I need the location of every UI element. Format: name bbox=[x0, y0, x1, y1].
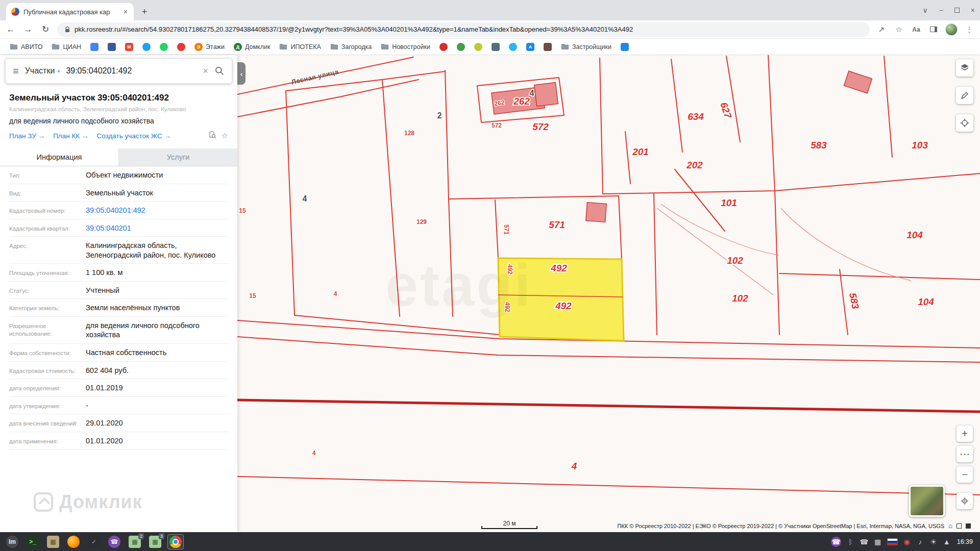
back-button[interactable]: ← bbox=[5, 24, 16, 35]
tab-close-icon[interactable]: × bbox=[122, 8, 129, 16]
bookmark-book[interactable] bbox=[540, 41, 555, 53]
chrome-app[interactable] bbox=[167, 534, 184, 549]
zoom-out-button[interactable]: − bbox=[957, 466, 973, 483]
menu-icon[interactable]: ≡ bbox=[13, 65, 19, 77]
tab-title: Публичная кадастровая кар bbox=[23, 8, 118, 16]
link-план-зу[interactable]: План ЗУ → bbox=[9, 132, 45, 140]
side-panel-icon[interactable] bbox=[928, 25, 939, 34]
info-row: дата определения:01.01.2019 bbox=[9, 379, 228, 397]
info-value[interactable]: 39:05:040201 bbox=[86, 223, 228, 233]
tab-информация[interactable]: Информация bbox=[0, 148, 119, 166]
tab-search-chevron-icon[interactable]: ∨ bbox=[922, 6, 927, 14]
file-manager-group-2[interactable]: ▦3 bbox=[147, 534, 163, 549]
layers-button[interactable] bbox=[956, 59, 973, 77]
bookmark-застройщики[interactable]: Застройщики bbox=[557, 41, 615, 53]
bookmark-pin[interactable] bbox=[471, 41, 486, 53]
bookmark-загородка[interactable]: Загородка bbox=[327, 41, 375, 53]
map-canvas[interactable]: Лесная улица2128129154154262262457257263… bbox=[237, 55, 980, 532]
new-tab-button[interactable]: + bbox=[138, 5, 151, 18]
link-создать-участок-жс[interactable]: Создать участок ЖС → bbox=[96, 132, 171, 140]
info-label: дата определения: bbox=[9, 383, 86, 393]
info-row: Тип:Объект недвижимости bbox=[9, 166, 228, 184]
window-minimize-button[interactable]: − bbox=[939, 6, 943, 14]
bookmark-translate[interactable]: A bbox=[523, 41, 538, 53]
address-field[interactable]: pkk.rosreestr.ru/#/search/54.93027801718… bbox=[57, 22, 870, 37]
viber-app[interactable]: ☎ bbox=[106, 534, 122, 549]
tab-услуги[interactable]: Услуги bbox=[119, 148, 237, 166]
search-input[interactable] bbox=[66, 66, 197, 76]
minimap-thumbnail[interactable] bbox=[909, 485, 945, 517]
translate-icon[interactable]: Aa bbox=[911, 26, 922, 33]
bluetooth-icon[interactable]: ᛒ bbox=[846, 537, 854, 547]
map-label-102: 102 bbox=[727, 255, 743, 266]
bookmark-grid[interactable] bbox=[87, 41, 102, 53]
frame-icon[interactable] bbox=[957, 523, 962, 529]
more-tools-button[interactable]: ⋯ bbox=[957, 446, 973, 462]
info-value[interactable]: 39:05:040201:492 bbox=[86, 206, 228, 215]
chrome-app-icon bbox=[169, 536, 182, 548]
bookmark-циан[interactable]: ЦИАН bbox=[48, 41, 85, 53]
window-close-button[interactable]: × bbox=[971, 6, 975, 14]
start-menu-button[interactable]: lm bbox=[4, 534, 20, 549]
doc-search-icon[interactable] bbox=[209, 131, 216, 140]
notes-icon[interactable]: ▦ bbox=[874, 537, 882, 547]
eject-icon[interactable]: ▲ bbox=[943, 537, 951, 547]
brightness-icon[interactable]: ☀ bbox=[929, 537, 938, 547]
search-icon[interactable] bbox=[214, 66, 225, 76]
bookmark-dot[interactable] bbox=[453, 41, 469, 53]
mail-icon: M bbox=[125, 43, 133, 51]
image-icon[interactable] bbox=[966, 523, 971, 529]
map-label-202: 202 bbox=[686, 160, 703, 170]
terminal-app[interactable]: >_ bbox=[24, 534, 41, 549]
bookmark-dot[interactable] bbox=[505, 41, 521, 53]
bookmark-pin[interactable] bbox=[174, 41, 189, 53]
window-restore-button[interactable] bbox=[954, 8, 960, 13]
extent-button[interactable] bbox=[956, 114, 973, 132]
info-row: Разрешенное использование:для ведения ли… bbox=[9, 317, 228, 344]
files-app[interactable]: ▦ bbox=[45, 534, 61, 549]
clear-search-icon[interactable]: × bbox=[203, 66, 208, 77]
music-icon[interactable]: ♪ bbox=[916, 537, 924, 547]
bookmark-pin[interactable] bbox=[436, 41, 451, 53]
zoom-in-button[interactable]: + bbox=[957, 425, 973, 442]
bookmark-домклик[interactable]: ДДомклик bbox=[230, 41, 274, 53]
chevron-down-icon: ▾ bbox=[57, 68, 60, 74]
browser-tab[interactable]: Публичная кадастровая кар × bbox=[6, 3, 134, 20]
bookmark-pen[interactable] bbox=[488, 41, 503, 53]
profile-avatar[interactable] bbox=[945, 23, 958, 36]
bookmark-mail[interactable]: M bbox=[121, 41, 137, 53]
forward-button[interactable]: → bbox=[22, 24, 34, 35]
bookmark-ипотека[interactable]: ИПОТЕКА bbox=[276, 41, 324, 53]
bookmark-doc[interactable] bbox=[617, 41, 632, 53]
cadastral-map[interactable]: Лесная улица2128129154154262262457257263… bbox=[237, 55, 980, 532]
reload-button[interactable]: ↻ bbox=[40, 24, 51, 35]
info-label: дата применения: bbox=[9, 436, 86, 446]
firefox-app[interactable] bbox=[65, 534, 82, 549]
viber-tray-icon[interactable]: ☎ bbox=[831, 537, 841, 547]
bookmark-dot[interactable] bbox=[139, 41, 154, 53]
home-icon[interactable]: ⌂ bbox=[948, 522, 952, 530]
favorite-star-icon[interactable]: ☆ bbox=[222, 131, 228, 140]
link-план-кк[interactable]: План КК → bbox=[53, 132, 88, 140]
flag-ru-icon[interactable] bbox=[887, 538, 898, 545]
sidebar-collapse-button[interactable]: ‹ bbox=[237, 62, 246, 85]
phone-icon[interactable]: ☎ bbox=[860, 537, 868, 547]
bookmark-dot[interactable] bbox=[156, 41, 172, 53]
share-icon[interactable]: ↗ bbox=[876, 25, 887, 34]
map-label-627: 627 bbox=[718, 101, 733, 120]
bookmark-авито[interactable]: АВИТО bbox=[6, 41, 46, 53]
map-label-Лесная-улица: Лесная улица bbox=[290, 68, 339, 86]
measure-button[interactable] bbox=[956, 87, 973, 104]
zoom-controls: + ⋯ − bbox=[957, 425, 973, 509]
bookmark-star-icon[interactable]: ☆ bbox=[893, 25, 904, 34]
search-category-dropdown[interactable]: Участки ▾ bbox=[25, 66, 60, 76]
sidebar-tabs: ИнформацияУслуги bbox=[0, 148, 237, 166]
editor-app[interactable]: ✓ bbox=[86, 534, 102, 549]
bookmark-squares[interactable] bbox=[104, 41, 119, 53]
file-manager-group[interactable]: ▦2 bbox=[127, 534, 143, 549]
bookmark-этажи[interactable]: ЭЭтажи bbox=[191, 41, 228, 53]
alert-icon[interactable]: ◉ bbox=[903, 537, 911, 547]
locate-me-button[interactable] bbox=[957, 493, 973, 509]
bookmark-новостройки[interactable]: Новостройки bbox=[377, 41, 434, 53]
browser-menu-icon[interactable]: ⋮ bbox=[964, 25, 975, 34]
